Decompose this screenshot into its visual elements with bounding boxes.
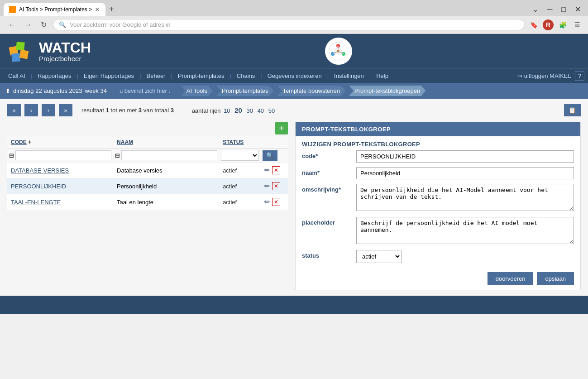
next-page-button[interactable]: ›	[42, 104, 55, 116]
nav-beheer[interactable]: Beheer	[142, 69, 170, 83]
row-3-actions: ✏ ✕	[264, 198, 284, 206]
page-footer	[0, 296, 588, 314]
help-button[interactable]: ?	[575, 71, 584, 81]
app-name: WATCH	[39, 40, 91, 55]
tab-label: AI Tools > Prompt-templates >	[19, 6, 92, 13]
opslaan-button[interactable]: opslaan	[537, 272, 574, 285]
search-icon: 🔍	[59, 21, 66, 28]
col-actions	[261, 136, 288, 149]
detail-panel-title: PROMPT-TEKSTBLOKGROEP	[296, 122, 580, 136]
row-2-status: actief	[219, 178, 261, 194]
filter-code-icon: ⊟	[9, 152, 14, 159]
first-page-button[interactable]: «	[7, 104, 21, 116]
row-3-delete-button[interactable]: ✕	[272, 198, 280, 206]
tab-overflow-btn[interactable]: ⌄	[529, 3, 542, 15]
rows-label: aantal rijen 10 20 30 40 50	[192, 106, 276, 114]
nav-gegevens-indexeren[interactable]: Gegevens indexeren	[263, 69, 326, 83]
refresh-button[interactable]: ↻	[38, 19, 49, 31]
form-row-naam: naam*	[302, 167, 574, 179]
sort-status-link[interactable]: STATUS	[223, 139, 244, 145]
prev-page-button[interactable]: ‹	[24, 104, 38, 116]
filter-code-input[interactable]	[15, 150, 111, 160]
active-tab[interactable]: AI Tools > Prompt-templates > ✕	[4, 3, 105, 16]
row-1-status: actief	[219, 163, 261, 178]
status-control: actief inactief	[356, 250, 574, 263]
menu-icon[interactable]: ☰	[572, 19, 583, 30]
breadcrumb-date: ⬆ dinsdag 22 augustus 2023 week 34	[5, 87, 107, 94]
status-label: status	[302, 250, 352, 259]
tab-favicon	[9, 6, 16, 13]
placeholder-label: placeholder	[302, 217, 352, 226]
placeholder-textarea[interactable]: Beschrijf de persoonlijkheid die het AI …	[356, 217, 574, 244]
row-2-edit-button[interactable]: ✏	[264, 182, 270, 190]
add-record-button[interactable]: +	[275, 122, 288, 134]
last-page-button[interactable]: »	[59, 104, 72, 116]
table-row: PERSOONLIJKHEID Persoonlijkheid actief ✏…	[7, 178, 288, 194]
nav-help[interactable]: Help	[372, 69, 393, 83]
extensions-icon[interactable]: 🧩	[557, 19, 568, 30]
filter-row: ⊟ ⊟ actief inactief 🔍	[7, 149, 288, 163]
filter-search-button[interactable]: 🔍	[263, 150, 277, 161]
doorvoeren-button[interactable]: doorvoeren	[488, 272, 534, 285]
row-2-naam: Persoonlijkheid	[113, 178, 219, 194]
rows-40[interactable]: 40	[258, 107, 264, 114]
row-2-delete-button[interactable]: ✕	[272, 182, 280, 190]
minimize-btn[interactable]: ─	[544, 3, 556, 15]
nav-rapportages[interactable]: Rapportages	[33, 69, 76, 83]
tab-close-btn[interactable]: ✕	[95, 6, 100, 13]
filter-status-select[interactable]: actief inactief	[221, 150, 259, 161]
export-button[interactable]: 📋	[564, 104, 581, 116]
svg-rect-3	[19, 50, 29, 59]
close-window-btn[interactable]: ✕	[571, 3, 584, 15]
breadcrumb-prompt-templates[interactable]: Prompt-templates	[216, 86, 274, 96]
nav-chains[interactable]: Chains	[232, 69, 259, 83]
form-row-status: status actief inactief	[302, 250, 574, 263]
sort-code-link[interactable]: CODE	[11, 139, 27, 145]
omschrijving-textarea[interactable]: De persoonlijkheid die het AI-Model aann…	[356, 184, 574, 211]
sort-naam-link[interactable]: NAAM	[117, 139, 133, 145]
rows-30[interactable]: 30	[247, 107, 253, 114]
code-input[interactable]	[356, 150, 574, 163]
logout-label: uitloggen MAIKEL	[524, 72, 571, 79]
nav-instellingen[interactable]: Instellingen	[330, 69, 368, 83]
status-select[interactable]: actief inactief	[356, 250, 402, 263]
nav-prompt-templates[interactable]: Prompt-templates	[173, 69, 229, 83]
table-section: + CODE + NAAM STATUS	[7, 122, 581, 290]
forward-button[interactable]: →	[22, 19, 34, 31]
form-row-omschrijving: omschrijving* De persoonlijkheid die het…	[302, 184, 574, 212]
pagination-bar: « ‹ › » resultaat 1 tot en met 3 van tot…	[7, 104, 581, 116]
bookmark-icon[interactable]: 🔖	[528, 19, 539, 30]
back-button[interactable]: ←	[5, 19, 18, 31]
form-row-placeholder: placeholder Beschrijf de persoonlijkheid…	[302, 217, 574, 245]
row-1-edit-button[interactable]: ✏	[264, 166, 270, 174]
detail-form: code* naam* omschrijving* De persoonlijk…	[296, 150, 580, 263]
row-1-delete-button[interactable]: ✕	[272, 166, 280, 174]
nav-call-ai[interactable]: Call AI	[4, 69, 30, 83]
nav-eigen-rapportages[interactable]: Eigen Rapportages	[79, 69, 139, 83]
row-1-code[interactable]: DATABASE-VERSIES	[11, 167, 69, 174]
filter-naam-icon: ⊟	[115, 152, 120, 159]
url-bar[interactable]: 🔍 Voer zoekterm voor Google of adres in	[53, 19, 525, 30]
logo-text: WATCH Projectbeheer	[39, 40, 91, 62]
rows-50[interactable]: 50	[268, 107, 275, 114]
breadcrumb-ai-tools[interactable]: AI Tools	[181, 86, 213, 96]
new-tab-button[interactable]: +	[105, 3, 118, 16]
breadcrumb-tekstblokgroepen[interactable]: Prompt-tekstblokgroepen	[349, 86, 425, 96]
row-2-code[interactable]: PERSOONLIJKHEID	[11, 183, 66, 190]
breadcrumb-template-bouwstenen[interactable]: Template bouwstenen	[277, 86, 345, 96]
row-3-naam: Taal en lengte	[113, 194, 219, 210]
row-3-edit-button[interactable]: ✏	[264, 198, 270, 206]
profile-icon[interactable]: R	[543, 19, 554, 30]
logout-button[interactable]: ↪ uitloggen MAIKEL	[517, 72, 571, 79]
url-text: Voer zoekterm voor Google of adres in	[70, 21, 171, 28]
breadcrumb-label: u bevindt zich hier :	[120, 87, 170, 94]
rows-10[interactable]: 10	[224, 107, 230, 114]
rows-20[interactable]: 20	[234, 106, 242, 114]
filter-naam-input[interactable]	[121, 150, 217, 160]
logout-arrow-icon: ↪	[517, 72, 522, 79]
naam-input[interactable]	[356, 167, 574, 179]
week-text: week 34	[85, 87, 107, 94]
maximize-btn[interactable]: □	[558, 3, 569, 15]
row-3-code[interactable]: TAAL-EN-LENGTE	[11, 199, 61, 206]
detail-panel: PROMPT-TEKSTBLOKGROEP WIJZIGEN PROMPT-TE…	[295, 122, 581, 290]
